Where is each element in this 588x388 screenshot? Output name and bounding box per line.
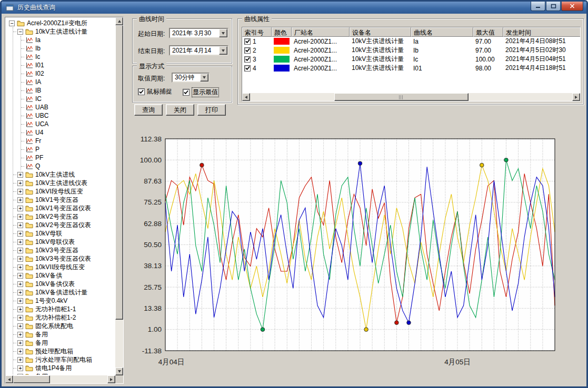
expand-icon[interactable]: + bbox=[17, 290, 23, 295]
start-date-picker[interactable]: 2021年 3月30 bbox=[169, 28, 228, 38]
expand-icon[interactable]: + bbox=[17, 374, 23, 375]
scrollbar-track[interactable] bbox=[115, 25, 123, 367]
expand-icon[interactable]: + bbox=[17, 365, 23, 371]
scroll-right-button[interactable] bbox=[572, 93, 580, 101]
expand-icon[interactable]: + bbox=[17, 231, 23, 237]
expand-icon[interactable]: + bbox=[17, 357, 23, 363]
maximize-button[interactable] bbox=[546, 2, 561, 11]
expand-icon[interactable]: + bbox=[17, 349, 23, 354]
expand-icon[interactable]: + bbox=[17, 172, 23, 178]
tree-horizontal-scrollbar[interactable] bbox=[5, 375, 115, 383]
tree-folder-item[interactable]: +10kVII段母线压变 bbox=[13, 263, 115, 271]
expand-icon[interactable]: + bbox=[17, 307, 23, 312]
column-header[interactable]: 发生时间 bbox=[503, 27, 580, 37]
column-header[interactable]: 曲线名 bbox=[411, 27, 473, 37]
tree-folder-item[interactable]: +10kV1号变压器 bbox=[13, 196, 115, 204]
end-date-picker[interactable]: 2021年 4月14 bbox=[169, 45, 228, 56]
expand-icon[interactable]: + bbox=[17, 180, 23, 186]
show-extreme-checkbox[interactable]: 显示最值 bbox=[183, 87, 219, 97]
tree-channel-item[interactable]: P bbox=[21, 145, 115, 154]
curve-row[interactable]: 4Acrel-2000Z1...10kV主供进线计量I0198.002021年4… bbox=[242, 64, 580, 73]
expand-icon[interactable]: + bbox=[17, 248, 23, 253]
tree-folder-item[interactable]: +1号变0.4kV bbox=[13, 297, 115, 305]
column-header[interactable]: 索引号 bbox=[242, 27, 272, 37]
tree-channel-item[interactable]: Fr bbox=[21, 137, 115, 145]
row-checkbox[interactable] bbox=[244, 56, 251, 63]
close-dialog-button[interactable]: 关闭 bbox=[166, 104, 194, 116]
tree-folder-item[interactable]: +无功补偿柜1-1 bbox=[13, 305, 115, 313]
expand-icon[interactable]: + bbox=[17, 332, 23, 338]
minimize-button[interactable] bbox=[531, 2, 545, 11]
expand-icon[interactable]: + bbox=[17, 239, 23, 245]
tree-channel-item[interactable]: IC bbox=[21, 95, 115, 103]
scrollbar-thumb[interactable] bbox=[13, 375, 50, 383]
tree-channel-item[interactable]: PF bbox=[21, 154, 115, 162]
query-button[interactable]: 查询 bbox=[134, 104, 163, 116]
expand-icon[interactable]: + bbox=[17, 273, 23, 279]
expand-icon[interactable]: + bbox=[17, 197, 23, 203]
scroll-down-button[interactable] bbox=[115, 367, 123, 375]
column-header[interactable]: 颜色 bbox=[272, 27, 292, 37]
tree-folder-item[interactable]: +10kV3号变压器 bbox=[13, 246, 115, 254]
expand-icon[interactable]: + bbox=[17, 298, 23, 304]
expand-icon[interactable]: + bbox=[17, 340, 23, 346]
expand-icon[interactable]: + bbox=[17, 206, 23, 211]
curve-row[interactable]: 1Acrel-2000Z1...10kV主供进线计量Ia97.002021年4月… bbox=[242, 37, 580, 46]
expand-icon[interactable]: + bbox=[17, 214, 23, 220]
tree-folder-item[interactable]: +馈电1P4备用 bbox=[13, 364, 115, 372]
tree-channel-item[interactable]: IB bbox=[21, 86, 115, 95]
tree-channel-item[interactable]: Ic bbox=[21, 53, 115, 61]
tree-folder-item[interactable]: +备用 bbox=[13, 339, 115, 347]
scrollbar-thumb[interactable] bbox=[115, 25, 123, 320]
tree-channel-item[interactable]: UAB bbox=[21, 103, 115, 111]
expand-icon[interactable]: + bbox=[17, 256, 23, 262]
expand-icon[interactable]: + bbox=[17, 315, 23, 321]
row-checkbox[interactable] bbox=[244, 38, 251, 45]
expand-icon[interactable]: + bbox=[17, 281, 23, 287]
start-date-dropdown-button[interactable] bbox=[219, 29, 227, 37]
tree-folder-item[interactable]: +10kV备供仪表 bbox=[13, 280, 115, 288]
scroll-right-button[interactable] bbox=[107, 375, 115, 383]
column-header[interactable]: 设备名 bbox=[350, 27, 411, 37]
tree-channel-item[interactable]: Q bbox=[21, 162, 115, 170]
scroll-left-button[interactable] bbox=[242, 93, 250, 101]
tree-folder-item[interactable]: +备用 bbox=[13, 330, 115, 339]
tree-folder-item[interactable]: +备用 bbox=[13, 372, 115, 375]
close-button[interactable] bbox=[561, 2, 583, 11]
tree-folder-item[interactable]: +10kV主供进线仪表 bbox=[13, 179, 115, 187]
tree-folder-item[interactable]: +固化系统配电 bbox=[13, 322, 115, 330]
column-header[interactable]: 厂站名 bbox=[292, 27, 350, 37]
scrollbar-thumb[interactable] bbox=[334, 93, 469, 101]
tree-folder-item[interactable]: +10kV2号变压器仪表 bbox=[13, 221, 115, 229]
tree-folder-item[interactable]: +10kV母联 bbox=[13, 229, 115, 238]
tree-folder-item[interactable]: +10kV备供进线计量 bbox=[13, 288, 115, 297]
tree-group-metering[interactable]: −10kV主供进线计量 bbox=[13, 27, 115, 36]
tree-folder-item[interactable]: +无功补偿柜1-2 bbox=[13, 313, 115, 322]
tree-folder-item[interactable]: +10kV主供进线 bbox=[13, 170, 115, 179]
collapse-icon[interactable]: − bbox=[17, 29, 23, 35]
tree-folder-item[interactable]: +10kV备供 bbox=[13, 271, 115, 280]
tree-channel-item[interactable]: UBC bbox=[21, 111, 115, 120]
expand-icon[interactable]: + bbox=[17, 323, 23, 329]
tree-root-substation[interactable]: −Acrel-2000Z1#变电所 bbox=[8, 19, 115, 27]
print-button[interactable]: 打印 bbox=[197, 104, 226, 116]
tree-vertical-scrollbar[interactable] bbox=[115, 17, 123, 375]
expand-icon[interactable]: + bbox=[17, 264, 23, 270]
curve-row[interactable]: 2Acrel-2000Z1...10kV主供进线计量Ib97.002021年4月… bbox=[242, 46, 580, 55]
tree-folder-item[interactable]: +10kV3号变压器仪表 bbox=[13, 254, 115, 263]
row-checkbox[interactable] bbox=[244, 65, 251, 72]
tree-folder-item[interactable]: +10kVI段母线压变 bbox=[13, 187, 115, 196]
scroll-up-button[interactable] bbox=[115, 17, 123, 25]
period-select[interactable]: 30分钟 bbox=[172, 73, 210, 83]
tree-folder-item[interactable]: +10kV母联仪表 bbox=[13, 238, 115, 246]
tree-folder-item[interactable]: +预处理配电箱 bbox=[13, 347, 115, 355]
expand-icon[interactable]: + bbox=[17, 189, 23, 195]
tree-channel-item[interactable]: I01 bbox=[21, 61, 115, 69]
tree-folder-item[interactable]: +污水处理车间配电箱 bbox=[13, 355, 115, 364]
tree-channel-item[interactable]: Ia bbox=[21, 36, 115, 44]
tree-folder-item[interactable]: +10kV1号变压器仪表 bbox=[13, 204, 115, 212]
period-dropdown-button[interactable] bbox=[200, 74, 208, 81]
collapse-icon[interactable]: − bbox=[9, 21, 15, 26]
table-horizontal-scrollbar[interactable] bbox=[242, 93, 580, 101]
curve-row[interactable]: 3Acrel-2000Z1...10kV主供进线计量Ic100.002021年4… bbox=[242, 55, 580, 64]
